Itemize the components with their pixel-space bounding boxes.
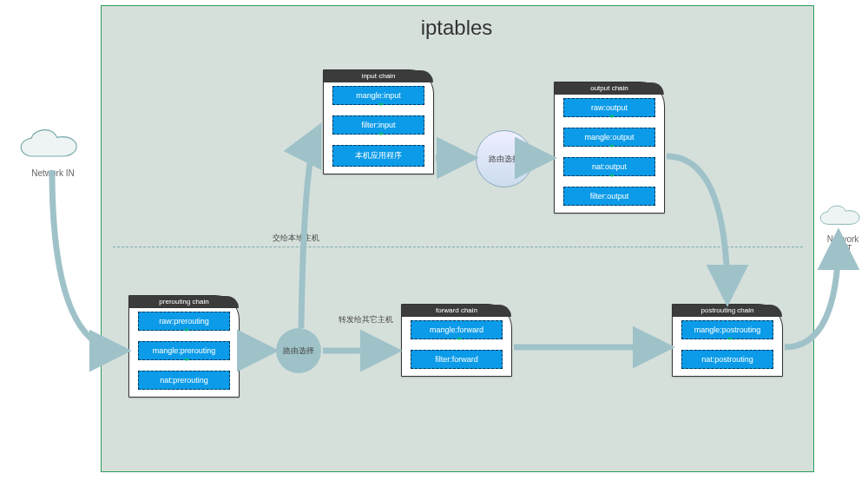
chain-input: input chain mangle:input filter:input 本机… (323, 69, 434, 174)
rule-box: filter:forward (411, 350, 503, 369)
rule-box: filter:input (332, 115, 424, 135)
rule-box: mangle:forward (411, 320, 503, 339)
chain-forward: forward chain mangle:forward filter:forw… (401, 304, 512, 377)
rule-box: mangle:prerouting (138, 341, 230, 360)
route-decision-1: 路由选择 (276, 328, 321, 373)
chain-output: output chain raw:output mangle:output na… (554, 82, 665, 214)
rule-box: 本机应用程序 (332, 145, 424, 167)
rule-box: nat:output (563, 157, 655, 176)
note-forward: 转发给其它主机 (339, 314, 393, 325)
network-in-cloud: Network IN (16, 128, 90, 178)
chain-header: postrouting chain (673, 305, 782, 317)
rule-box: nat:prerouting (138, 371, 230, 390)
rule-box: filter:output (563, 187, 655, 206)
rule-box: mangle:postrouting (681, 320, 773, 339)
horizontal-divider (113, 247, 803, 247)
chain-header: input chain (324, 70, 433, 82)
rule-box: nat:postrouting (681, 350, 773, 369)
rule-box: raw:output (563, 98, 655, 117)
diagram-title: iptables (101, 16, 812, 40)
note-local: 交给本地主机 (273, 233, 319, 244)
network-out-cloud: Network OUT (818, 205, 868, 253)
chain-prerouting: prerouting chain raw:prerouting mangle:p… (128, 295, 240, 398)
rule-box: raw:prerouting (138, 312, 230, 331)
rule-box: mangle:output (563, 128, 655, 147)
chain-header: prerouting chain (129, 296, 239, 308)
network-out-label: Network OUT (818, 234, 868, 253)
cloud-icon (818, 205, 868, 229)
chain-postrouting: postrouting chain mangle:postrouting nat… (672, 304, 783, 377)
iptables-boundary (101, 5, 814, 472)
network-in-label: Network IN (16, 168, 90, 178)
rule-box: mangle:input (332, 86, 424, 105)
route-decision-2: 路由选择 (476, 130, 533, 187)
chain-header: forward chain (402, 305, 511, 317)
cloud-icon (16, 128, 90, 163)
chain-header: output chain (555, 82, 664, 95)
